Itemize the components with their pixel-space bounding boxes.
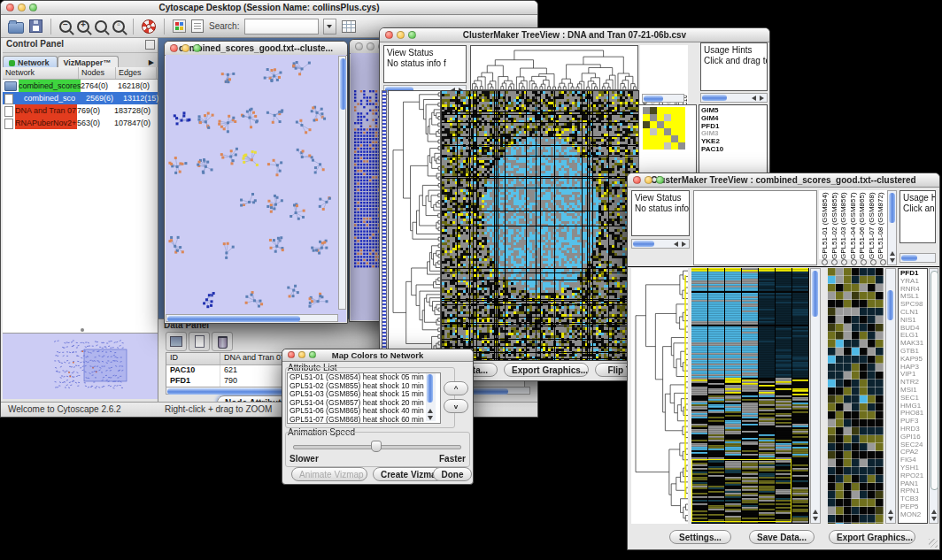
zoom-fit-icon[interactable]: ▫ xyxy=(112,20,125,33)
close-button[interactable] xyxy=(355,42,363,50)
scroll-thumb[interactable] xyxy=(167,316,300,322)
row-dendrogram[interactable] xyxy=(388,90,441,361)
scroll-up-arrow[interactable] xyxy=(428,409,433,413)
scroll-up-arrow[interactable] xyxy=(888,510,893,514)
save-data-button[interactable]: Save Data... xyxy=(749,530,815,544)
zoom-button[interactable] xyxy=(193,44,201,52)
zoom-button[interactable] xyxy=(29,4,37,12)
close-button[interactable] xyxy=(6,4,14,12)
speed-slider-thumb[interactable] xyxy=(371,441,382,452)
listbox-vscrollbar[interactable] xyxy=(426,373,436,421)
scroll-down-arrow[interactable] xyxy=(888,517,893,521)
zoom-in-icon[interactable]: + xyxy=(77,20,89,33)
scroll-up-arrow[interactable] xyxy=(890,251,895,256)
scroll-thumb[interactable] xyxy=(889,193,895,223)
scroll-thumb[interactable] xyxy=(427,374,433,403)
matrix-hscrollbar[interactable] xyxy=(642,94,684,103)
minimize-button[interactable] xyxy=(181,44,189,52)
zoom-vscrollbar[interactable] xyxy=(885,268,896,524)
network-view-canvas[interactable] xyxy=(166,55,346,322)
birdseye-view[interactable] xyxy=(3,333,158,399)
minimize-button[interactable] xyxy=(397,31,405,39)
close-button[interactable] xyxy=(288,351,295,358)
minimize-button[interactable] xyxy=(18,4,26,12)
network-row[interactable]: combined_scores 2764(0) 16218(0) xyxy=(3,80,158,92)
minimize-button[interactable] xyxy=(298,351,305,358)
settings-button[interactable]: Settings... xyxy=(669,530,731,544)
correlation-heatmap[interactable] xyxy=(441,90,639,361)
export-graphics-button[interactable]: Export Graphics... xyxy=(829,530,915,544)
scroll-down-arrow[interactable] xyxy=(931,517,937,521)
scroll-down-arrow[interactable] xyxy=(813,517,818,521)
treeview2-titlebar[interactable]: ClusterMaker TreeView : combined_scores_… xyxy=(628,173,939,188)
scroll-thumb[interactable] xyxy=(340,58,346,110)
scroll-left-arrow[interactable] xyxy=(674,242,678,247)
animate-vizmap-button[interactable]: Animate Vizmap xyxy=(291,467,367,481)
gene-label[interactable]: MON2 xyxy=(899,511,927,519)
scroll-thumb[interactable] xyxy=(702,95,727,101)
scroll-thumb[interactable] xyxy=(901,255,917,261)
open-session-icon[interactable] xyxy=(8,22,24,34)
zoom-button[interactable] xyxy=(309,351,316,358)
zoom-heatmap[interactable] xyxy=(828,268,884,524)
zoom-button[interactable] xyxy=(408,31,416,39)
column-label[interactable]: GPL51-02 (GSM855) xyxy=(830,190,840,259)
column-dendrogram[interactable] xyxy=(470,45,638,90)
new-attribute-icon[interactable] xyxy=(189,332,210,351)
usage-hints-hscrollbar[interactable] xyxy=(900,253,936,263)
network-row[interactable]: DNA and Tran 07 769(0) 183728(0) xyxy=(3,104,158,117)
network-view-titlebar[interactable]: combined_scores_good.txt--cluste... xyxy=(165,42,347,56)
usage-hints-hscrollbar[interactable] xyxy=(700,93,768,103)
gene-label[interactable]: PAC10 xyxy=(699,146,767,154)
zoom-selected-icon[interactable] xyxy=(95,20,107,33)
global-overview-strip[interactable] xyxy=(382,90,387,359)
scroll-left-arrow[interactable] xyxy=(752,96,756,101)
float-panel-icon[interactable] xyxy=(145,40,155,50)
network-hscrollbar[interactable] xyxy=(166,314,338,322)
help-icon[interactable] xyxy=(142,19,156,34)
search-input[interactable] xyxy=(244,19,319,35)
column-label[interactable]: GPL51-01 (GSM854) xyxy=(821,190,830,259)
scroll-right-arrow[interactable] xyxy=(760,96,764,101)
column-label[interactable]: GPL51-07 (GSM868) xyxy=(868,190,877,259)
network-vscrollbar[interactable] xyxy=(338,56,346,310)
close-button[interactable] xyxy=(633,176,641,184)
row-dendrogram[interactable] xyxy=(631,268,688,524)
column-dendrogram-area[interactable] xyxy=(693,190,817,265)
move-down-button[interactable]: v xyxy=(444,399,468,413)
main-titlebar[interactable]: Cytoscape Desktop (Session Name: collins… xyxy=(1,1,537,15)
scroll-thumb[interactable] xyxy=(644,96,663,102)
column-label[interactable]: GPL51-04 (GSM857) xyxy=(849,190,859,259)
annotation-icon[interactable] xyxy=(191,19,204,33)
column-label[interactable]: GPL51-08 (GSM872) xyxy=(876,190,886,259)
scroll-thumb[interactable] xyxy=(930,271,938,490)
scroll-thumb[interactable] xyxy=(812,271,818,317)
close-button[interactable] xyxy=(385,31,393,39)
genelist-vscrollbar[interactable] xyxy=(929,268,938,524)
zoom-button[interactable] xyxy=(656,176,664,184)
cluster-matrix[interactable] xyxy=(643,107,685,151)
splitter-handle[interactable] xyxy=(81,328,84,332)
network-row[interactable]: RNAPuberNov2+ 563(0) 107847(0) xyxy=(3,117,158,129)
resize-grip[interactable] xyxy=(929,539,938,548)
expression-heatmap[interactable] xyxy=(691,268,809,524)
scroll-up-arrow[interactable] xyxy=(813,510,818,514)
scroll-thumb[interactable] xyxy=(887,290,893,320)
column-label[interactable]: GPL51-03 (GSM856) xyxy=(839,190,849,259)
close-button[interactable] xyxy=(170,44,178,52)
network-row[interactable]: combined_sco 2569(6) 13112(15) xyxy=(3,92,158,104)
attribute-item[interactable]: GPL51-07 (GSM868) heat shock 60 min xyxy=(288,416,440,424)
scroll-thumb[interactable] xyxy=(633,241,654,247)
select-attributes-icon[interactable] xyxy=(166,332,187,351)
treeview1-titlebar[interactable]: ClusterMaker TreeView : DNA and Tran 07-… xyxy=(380,28,769,42)
vizmapper-icon[interactable] xyxy=(173,19,186,33)
labels-vscrollbar[interactable] xyxy=(887,190,897,265)
minimize-button[interactable] xyxy=(645,176,652,184)
scroll-down-arrow[interactable] xyxy=(428,416,433,420)
import-table-icon[interactable] xyxy=(342,20,356,33)
export-graphics-button[interactable]: Export Graphics... xyxy=(504,363,589,377)
heatmap-vscrollbar[interactable] xyxy=(810,268,821,524)
zoom-out-icon[interactable]: − xyxy=(59,20,72,33)
view-status-hscrollbar[interactable] xyxy=(631,239,690,249)
delete-attribute-icon[interactable] xyxy=(212,332,233,351)
